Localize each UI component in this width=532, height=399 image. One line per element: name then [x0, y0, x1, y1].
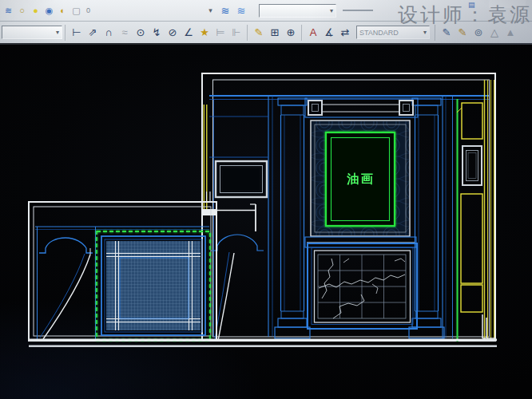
floor-baseline[interactable] — [29, 339, 497, 347]
chevron-down-icon: ▾ — [423, 29, 427, 36]
icon-center-mark[interactable]: ⊕ — [283, 25, 299, 40]
icon-dim-radius[interactable]: ⊙ — [133, 25, 149, 40]
toolbar-separator — [435, 25, 436, 41]
console-ledge[interactable] — [202, 204, 256, 231]
icon-layer-manager[interactable]: ≋ — [233, 3, 249, 18]
model-space-canvas[interactable]: 油画 — [0, 45, 532, 399]
icon-dim-align[interactable]: ⇄ — [337, 25, 353, 40]
icon-quick-leader[interactable]: ✎ — [251, 25, 267, 40]
icon-dim-diameter[interactable]: ⊘ — [165, 25, 181, 40]
icon-dim-continue[interactable]: ⊩ — [228, 25, 244, 40]
icon-color-swatch[interactable]: ● — [29, 4, 42, 18]
toolbar-separator — [301, 25, 303, 41]
icon-dim-quick[interactable]: ★ — [197, 25, 212, 40]
icon-light-bulb[interactable]: ○ — [15, 4, 29, 18]
icon-mini-panel[interactable]: ▤ — [468, 1, 475, 9]
painting-label: 油画 — [347, 172, 375, 185]
layer-tools-group: ≋○●◉◐▢ — [2, 4, 83, 18]
cad-screenshot-photo: ≋○●◉◐▢ 0 ▾ ≋≋ ▾ ▤ ▾ ⊢⇗∩≈⊙↯⊘∠ — [0, 0, 532, 399]
icon-sketch-brush[interactable]: ✎ — [455, 25, 470, 40]
arch-curtain-left[interactable] — [39, 238, 93, 339]
yellow-panel-top[interactable] — [457, 103, 482, 139]
wall-frame-tv[interactable] — [216, 161, 267, 197]
layer-manager-group: ≋≋ — [217, 3, 249, 18]
floating-panel-fragment — [489, 0, 526, 8]
dim-layer-combo[interactable]: ▾ — [2, 26, 62, 39]
icon-dim-angular[interactable]: ∠ — [181, 25, 197, 40]
icon-dim-text-edit[interactable]: A — [305, 25, 321, 40]
left-wall-elevation[interactable] — [29, 192, 216, 341]
icon-dim-aligned[interactable]: ⇗ — [85, 25, 101, 40]
dim-style-combo[interactable]: STANDARD ▾ — [356, 26, 430, 39]
top-frieze[interactable] — [305, 98, 418, 117]
linetype-preview[interactable] — [343, 10, 373, 11]
cad-toolbar: ≋○●◉◐▢ 0 ▾ ≋≋ ▾ ▤ ▾ ⊢⇗∩≈⊙↯⊘∠ — [0, 0, 532, 45]
icon-dim-ordinate[interactable]: ≈ — [117, 25, 133, 40]
current-layer-indicator: 0 — [86, 6, 90, 14]
marble-panel[interactable] — [308, 243, 417, 329]
dim-text-tools-group: A∡⇄ — [305, 25, 353, 40]
right-pilaster-section[interactable] — [443, 80, 495, 342]
column-right[interactable] — [409, 98, 444, 338]
dim-style-value: STANDARD — [359, 29, 399, 37]
mini-icons-group: ▤ — [468, 1, 475, 9]
toolbar-separator — [65, 25, 66, 41]
grid-lattice-panel[interactable] — [97, 231, 210, 340]
icon-dim-text-angle[interactable]: ∡ — [321, 25, 337, 40]
icon-material-sphere[interactable]: ◉ — [42, 4, 56, 18]
icon-dim-jogged[interactable]: ↯ — [149, 25, 165, 40]
sconce-frame[interactable] — [463, 146, 482, 185]
oil-painting-frame[interactable]: 油画 — [326, 132, 395, 226]
chevron-down-icon: ▾ — [56, 29, 59, 36]
leader-tools-group: ✎⊞⊕ — [251, 25, 299, 40]
yellow-glass-panel[interactable] — [461, 194, 482, 312]
icon-dim-baseline[interactable]: ⊨ — [212, 25, 228, 40]
dimension-tools-group: ⊢⇗∩≈⊙↯⊘∠★⊨⊩ — [69, 25, 244, 40]
mid-molding-band[interactable] — [305, 237, 416, 247]
mesh-fill — [106, 241, 200, 330]
toolbar-separator — [247, 25, 248, 41]
drawing-canvas-svg[interactable]: 油画 — [0, 45, 532, 399]
icon-half-shape[interactable]: ▲ — [502, 25, 518, 40]
icon-dim-arc-length[interactable]: ∩ — [101, 25, 117, 40]
icon-render-toggle[interactable]: ◐ — [56, 4, 69, 18]
toolbar-row-dimension: ▾ ⊢⇗∩≈⊙↯⊘∠★⊨⊩ ✎⊞⊕ A∡⇄ STANDARD ▾ ✎✎⊚△▲ — [0, 22, 532, 45]
column-left[interactable] — [275, 98, 310, 338]
icon-dim-linear[interactable]: ⊢ — [69, 25, 85, 40]
layer-combo[interactable]: ▾ — [259, 4, 336, 18]
icon-plot-style[interactable]: ▢ — [69, 4, 83, 18]
icon-layer-stack[interactable]: ≋ — [2, 4, 15, 18]
icon-chain-link[interactable]: ⊚ — [470, 25, 486, 40]
arch-curtain-right[interactable] — [211, 235, 264, 341]
modify-tools-group: ✎✎⊚△▲ — [439, 25, 518, 40]
icon-cone-3d[interactable]: △ — [486, 25, 502, 40]
icon-tolerance[interactable]: ⊞ — [267, 25, 283, 40]
right-wall-elevation[interactable]: 油画 — [202, 73, 495, 342]
icon-dim-update[interactable]: ✎ — [439, 25, 455, 40]
chevron-down-icon: ▾ — [330, 7, 333, 14]
icon-layer-states[interactable]: ≋ — [217, 3, 233, 18]
chevron-down-icon[interactable]: ▾ — [204, 4, 217, 18]
toolbar-row-layers: ≋○●◉◐▢ 0 ▾ ≋≋ ▾ ▤ — [0, 0, 532, 22]
